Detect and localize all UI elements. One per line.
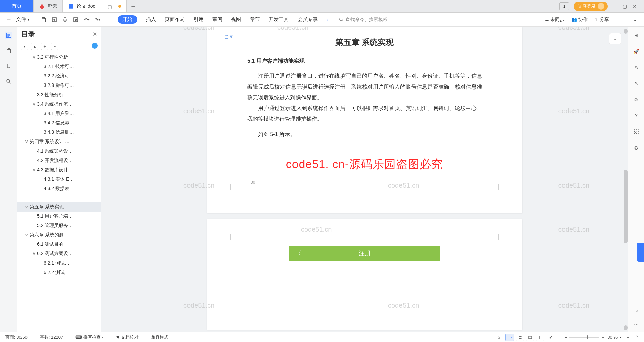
collapse-all-icon[interactable]: ▾ [21, 43, 28, 50]
pen-icon[interactable]: ✎ [633, 64, 640, 71]
outline-item[interactable]: ∨6.2 测试方案设… [17, 249, 101, 259]
outline-item[interactable]: 3.2.3 操作可… [17, 81, 101, 90]
rail-outline-icon[interactable] [5, 32, 12, 39]
status-words[interactable]: 字数: 12207 [40, 334, 63, 340]
guest-login-button[interactable]: 访客登录 [574, 2, 608, 11]
outline-item[interactable]: 3.2.1 技术可… [17, 62, 101, 71]
view-read-icon[interactable]: ▯ [536, 334, 544, 341]
expand-all-icon[interactable]: ▴ [31, 43, 38, 50]
view-outline-icon[interactable]: ≣ [516, 334, 524, 341]
ribbon-more-icon[interactable]: › [326, 17, 328, 22]
scroll-down-icon[interactable] [624, 325, 628, 330]
ribbon-tab-section[interactable]: 章节 [250, 16, 260, 23]
status-proof[interactable]: ✖文档校对 [116, 334, 139, 340]
add-panel-icon[interactable]: ＋ [626, 334, 630, 340]
ribbon-tab-start[interactable]: 开始 [118, 15, 137, 24]
collab-button[interactable]: 👥协作 [571, 17, 588, 23]
outline-item[interactable]: 4.2 开发流程设… [17, 156, 101, 165]
outline-item[interactable]: 4.3.2 数据表 [17, 184, 101, 193]
scrollbar[interactable] [624, 29, 628, 330]
outline-item[interactable]: ∨第五章 系统实现 [17, 202, 101, 212]
compass-icon[interactable]: ✪ [633, 144, 640, 152]
outline-item[interactable]: 5.1 用户客户端… [17, 212, 101, 221]
outline-item[interactable]: ∨4.3 数据库设计 [17, 165, 101, 175]
outline-item[interactable]: ∨第六章 系统的测… [17, 230, 101, 240]
outline-item[interactable]: 6.1 测试目的 [17, 240, 101, 249]
notification-badge[interactable]: 1 [559, 2, 569, 10]
outline-item[interactable]: 3.3 性能分析 [17, 90, 101, 100]
outline-item[interactable]: 3.2.2 经济可… [17, 71, 101, 81]
status-page[interactable]: 页面: 30/50 [5, 334, 28, 340]
document-viewport[interactable]: ⌄ 🗎▾ 第五章 系统实现 5.1 用户客户端功能实现 注册用户通过注册窗口，进… [101, 27, 628, 332]
outline-item[interactable]: 3.4.1 用户登… [17, 109, 101, 118]
collapse-right-icon[interactable]: ⇥ [633, 307, 640, 315]
outline-item[interactable]: 3.4.2 信息添… [17, 118, 101, 128]
view-page-icon[interactable]: ▭ [505, 334, 514, 341]
scroll-up-icon[interactable] [624, 29, 628, 34]
ribbon-tab-view[interactable]: 视图 [231, 16, 241, 23]
close-icon[interactable]: ✕ [633, 4, 638, 9]
save-icon[interactable] [40, 16, 47, 23]
share-button[interactable]: ⇧分享 [594, 17, 609, 23]
outline-item[interactable]: 6.2.1 测试… [17, 259, 101, 268]
settings-slider-icon[interactable]: ⚙ [633, 96, 640, 103]
redo-icon[interactable]: ↷▾ [94, 16, 101, 23]
ribbon-tab-vip[interactable]: 会员专享 [298, 16, 318, 23]
outline-sync-icon[interactable] [92, 43, 98, 49]
back-icon[interactable]: 〈 [294, 249, 301, 258]
ribbon-tab-ref[interactable]: 引用 [194, 16, 204, 23]
help-icon[interactable]: ？ [633, 112, 640, 119]
outline-item[interactable]: 3.4.3 信息删… [17, 128, 101, 137]
remove-node-icon[interactable]: － [51, 43, 58, 50]
zoom-out-icon[interactable]: – [565, 335, 567, 340]
status-compat[interactable]: 兼容模式 [151, 334, 168, 340]
tab-document[interactable]: 论文.doc ▢ [63, 0, 127, 12]
add-node-icon[interactable]: ＋ [41, 43, 48, 50]
print-icon[interactable] [62, 16, 68, 23]
outline-tree[interactable]: ∨3.2 可行性分析3.2.1 技术可…3.2.2 经济可…3.2.3 操作可…… [17, 53, 101, 332]
outline-item[interactable]: ∨3.4 系统操作流… [17, 100, 101, 109]
minimize-icon[interactable]: ― [612, 4, 618, 9]
register-bar[interactable]: 〈 注册 [289, 246, 440, 261]
ruler-icon[interactable]: ▯ [557, 335, 560, 340]
command-search[interactable]: 查找命令、搜索模板 [339, 17, 388, 23]
outline-close-icon[interactable]: ✕ [93, 31, 97, 37]
menu-icon[interactable]: ☰ [5, 16, 12, 23]
tab-docke[interactable]: 稻壳 [34, 0, 63, 12]
expand-status-icon[interactable]: ⌃ [635, 335, 639, 340]
more-dots-icon[interactable]: ⋯ [633, 321, 640, 328]
maximize-icon[interactable]: ▢ [623, 4, 628, 9]
status-spell[interactable]: ⌨拼写检查▾ [75, 334, 104, 340]
ribbon-kebab-icon[interactable]: ⋮ [616, 16, 624, 23]
outline-item[interactable]: 5.2 管理员服务… [17, 221, 101, 230]
ribbon-tab-review[interactable]: 审阅 [212, 16, 222, 23]
rail-bookmark-icon[interactable] [5, 62, 12, 70]
bookmark-toggle-icon[interactable]: ⌄ [609, 33, 621, 44]
fit-icon[interactable]: ⤢ [549, 335, 553, 340]
scroll-thumb[interactable] [624, 170, 628, 243]
ribbon-tab-insert[interactable]: 插入 [146, 16, 156, 23]
undo-icon[interactable]: ↶▾ [83, 16, 90, 23]
outline-item[interactable]: 6.2.2 测试 [17, 268, 101, 277]
ribbon-collapse-icon[interactable]: ⌄ [631, 16, 639, 23]
outline-item[interactable]: 4.1 系统架构设… [17, 147, 101, 156]
zoom-slider[interactable] [569, 337, 599, 338]
outline-item[interactable]: ∨第四章 系统设计 … [17, 137, 101, 147]
ribbon-tab-dev[interactable]: 开发工具 [269, 16, 289, 23]
new-tab-button[interactable]: ＋ [127, 0, 140, 12]
grid-icon[interactable]: ⊞ [633, 32, 640, 39]
file-menu[interactable]: 文件▾ [16, 16, 29, 23]
sync-button[interactable]: ☁未同步 [544, 17, 565, 23]
zoom-menu-icon[interactable]: ▾ [620, 335, 621, 339]
tab-home[interactable]: 首页 [0, 0, 34, 12]
view-web-icon[interactable]: ▤ [526, 334, 534, 341]
rail-clip-icon[interactable] [5, 47, 12, 54]
outline-item[interactable]: ∨3.2 可行性分析 [17, 53, 101, 62]
rocket-icon[interactable]: 🚀 [633, 48, 640, 55]
preview-icon[interactable] [72, 16, 79, 23]
export-icon[interactable] [51, 16, 58, 23]
brightness-icon[interactable]: ☼ [497, 335, 501, 340]
rail-search-icon[interactable] [5, 78, 12, 85]
zoom-in-icon[interactable]: ＋ [601, 334, 605, 340]
outline-item[interactable]: 4.3.1 实体 E… [17, 175, 101, 184]
